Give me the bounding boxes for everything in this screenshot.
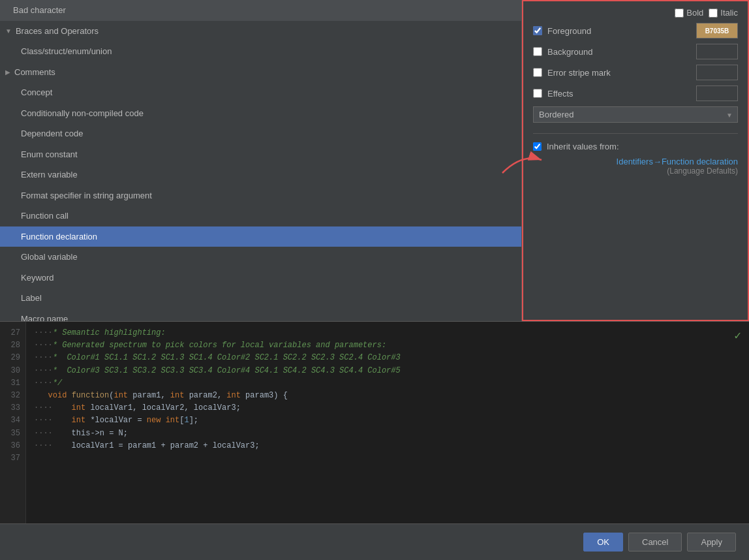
code-line-36: ···· localVar1 = param1 + param2 + local… — [34, 440, 741, 452]
expand-arrow: ▼ — [5, 26, 12, 36]
italic-label: Italic — [720, 8, 738, 18]
inherit-label: Inherit values from: — [547, 142, 619, 151]
line-num-29: 29 — [0, 352, 20, 364]
code-line-33: ···· int localVar1, localVar2, localVar3… — [34, 402, 741, 414]
code-section: 27 28 29 30 31 32 33 34 35 36 37 ····* S… — [0, 321, 749, 523]
list-item-braces-operators[interactable]: ▼ Braces and Operators — [0, 21, 521, 42]
code-line-29: ····* Color#1 SC1.1 SC1.2 SC1.3 SC1.4 Co… — [34, 352, 741, 364]
inherit-link[interactable]: Identifiers→Function declaration — [533, 157, 738, 166]
cancel-button[interactable]: Cancel — [628, 533, 682, 552]
italic-checkbox-label[interactable]: Italic — [709, 8, 738, 18]
list-item-label: Braces and Operators — [16, 25, 99, 38]
bold-checkbox[interactable] — [675, 8, 684, 18]
background-label: Background — [547, 47, 691, 57]
code-content: ····* Semantic highlighting: ····* Gener… — [26, 322, 749, 523]
inherit-section: Inherit values from: Identifiers→Functio… — [533, 133, 738, 176]
effects-dropdown-wrapper: Bordered Underscored Bold underscored Un… — [533, 106, 738, 123]
inherit-sub: (Language Defaults) — [533, 166, 738, 176]
list-item-global-var[interactable]: Global variable — [0, 247, 521, 268]
italic-checkbox[interactable] — [709, 8, 718, 18]
expand-arrow-comments: ▶ — [5, 67, 10, 77]
main-container: Bad character ▼ Braces and Operators Cla… — [0, 0, 749, 560]
effects-label: Effects — [547, 89, 691, 99]
background-checkbox[interactable] — [533, 47, 542, 56]
bold-label: Bold — [686, 8, 703, 18]
code-line-35: ···· this->n = N; — [34, 428, 741, 440]
list-item-format[interactable]: Format specifier in string argument — [0, 185, 521, 206]
error-stripe-checkbox[interactable] — [533, 68, 542, 77]
effects-checkbox[interactable] — [533, 89, 542, 98]
ok-button[interactable]: OK — [583, 533, 623, 552]
line-num-35: 35 — [0, 428, 20, 440]
code-line-28: ····* Generated spectrum to pick colors … — [34, 339, 741, 352]
foreground-row: Foreground B7035B — [533, 23, 738, 39]
list-item-extern[interactable]: Extern variable — [0, 164, 521, 185]
line-num-36: 36 — [0, 440, 20, 452]
bold-checkbox-label[interactable]: Bold — [675, 8, 703, 18]
list-item-enum-constant[interactable]: Enum constant — [0, 144, 521, 165]
effects-color-swatch[interactable] — [696, 86, 738, 101]
error-stripe-label: Error stripe mark — [547, 68, 691, 78]
list-item-label[interactable]: Label — [0, 288, 521, 309]
background-color-swatch[interactable] — [696, 44, 738, 59]
line-num-27: 27 — [0, 327, 20, 339]
list-item-label-comments: Comments — [14, 66, 55, 79]
line-num-37: 37 — [0, 452, 20, 465]
background-row: Background — [533, 44, 738, 59]
effects-row: Effects — [533, 86, 738, 101]
error-stripe-row: Error stripe mark — [533, 65, 738, 80]
line-num-32: 32 — [0, 390, 20, 402]
bold-italic-row: Bold Italic — [533, 8, 738, 18]
list-item-bad-character[interactable]: Bad character — [0, 0, 521, 21]
foreground-checkbox[interactable] — [533, 26, 542, 35]
list-item-function-call[interactable]: Function call — [0, 206, 521, 226]
error-stripe-color-swatch[interactable] — [696, 65, 738, 80]
list-item-keyword[interactable]: Keyword — [0, 268, 521, 288]
list-item-conditionally[interactable]: Conditionally non-compiled code — [0, 103, 521, 124]
line-num-33: 33 — [0, 402, 20, 414]
foreground-label: Foreground — [547, 26, 691, 36]
line-num-34: 34 — [0, 414, 20, 427]
apply-button[interactable]: Apply — [687, 533, 736, 552]
code-gutter: 27 28 29 30 31 32 33 34 35 36 37 — [0, 322, 26, 523]
inherit-checkbox[interactable] — [533, 142, 542, 151]
code-line-31: ····*/ — [34, 377, 741, 390]
line-num-31: 31 — [0, 377, 20, 390]
foreground-color-swatch[interactable]: B7035B — [696, 23, 738, 39]
code-line-27: ····* Semantic highlighting: — [34, 327, 741, 339]
line-num-30: 30 — [0, 365, 20, 377]
checkmark-icon: ✓ — [734, 327, 741, 346]
code-line-30: ····* Color#3 SC3.1 SC3.2 SC3.3 SC3.4 Co… — [34, 365, 741, 377]
bottom-bar: OK Cancel Apply — [0, 523, 749, 560]
list-item-comments[interactable]: ▶ Comments — [0, 62, 521, 83]
list-item-class[interactable]: Class/struct/enum/union — [0, 41, 521, 62]
effects-type-select[interactable]: Bordered Underscored Bold underscored Un… — [533, 106, 738, 123]
code-line-34: ···· int *localVar = new int[1]; — [34, 414, 741, 427]
foreground-color-value: B7035B — [705, 27, 729, 35]
inherit-row: Inherit values from: — [533, 142, 738, 151]
line-num-28: 28 — [0, 339, 20, 352]
list-item-function-declaration[interactable]: Function declaration — [0, 226, 521, 247]
right-panel: Bold Italic Foreground B7035B Background — [522, 0, 749, 321]
list-item-macro[interactable]: Macro name — [0, 309, 521, 322]
top-section: Bad character ▼ Braces and Operators Cla… — [0, 0, 749, 321]
left-panel: Bad character ▼ Braces and Operators Cla… — [0, 0, 522, 321]
list-item-dependent[interactable]: Dependent code — [0, 123, 521, 144]
list-item-concept[interactable]: Concept — [0, 82, 521, 103]
code-line-32: void function(int param1, int param2, in… — [34, 390, 741, 402]
